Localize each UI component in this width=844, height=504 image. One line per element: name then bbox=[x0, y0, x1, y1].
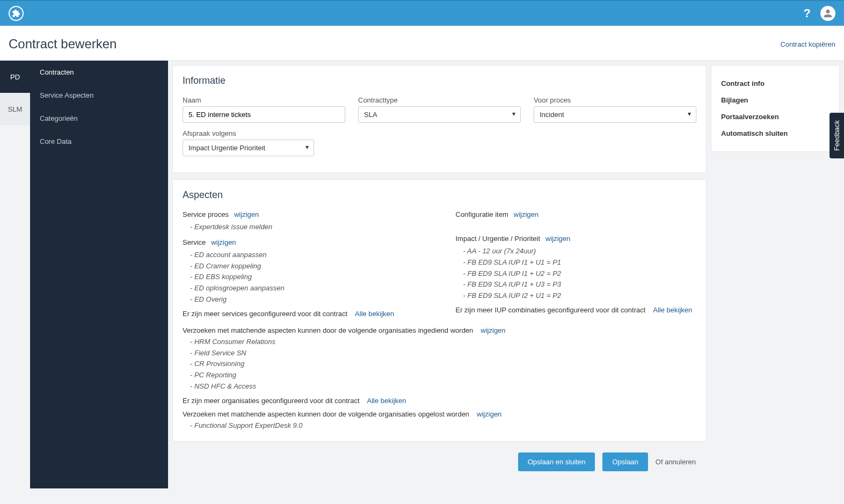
service-proces-list: Expertdesk issue melden bbox=[183, 222, 424, 233]
logo-icon[interactable] bbox=[9, 6, 24, 21]
afspraak-select[interactable]: Impact Urgentie Prioriteit bbox=[183, 140, 314, 156]
contracttype-label: Contracttype bbox=[358, 96, 521, 104]
service-proces-label: Service proces bbox=[183, 210, 229, 218]
aspecten-title: Aspecten bbox=[183, 189, 696, 201]
list-item: ED account aanpassen bbox=[190, 250, 424, 261]
aspect-col-left: Service proces wijzigen Expertdesk issue… bbox=[183, 210, 424, 320]
sidebar-menu: Contracten Service Aspecten Categorieën … bbox=[30, 61, 168, 488]
config-item-label: Configuratie item bbox=[456, 210, 508, 218]
list-item: FB ED9 SLA IUP I2 + U1 = P2 bbox=[463, 290, 697, 302]
sidebar-item-contracten[interactable]: Contracten bbox=[30, 61, 168, 84]
sidebar-tab-slm[interactable]: SLM bbox=[0, 93, 30, 125]
list-item: HRM Consumer Relations bbox=[190, 337, 696, 348]
right-menu-card: Contract info Bijlagen Portaalverzoeken … bbox=[711, 65, 840, 152]
right-column: Contract info Bijlagen Portaalverzoeken … bbox=[711, 65, 840, 484]
informatie-card: Informatie Naam Contracttype SLA Voor pr… bbox=[172, 65, 707, 173]
sidebar-item-core-data[interactable]: Core Data bbox=[30, 130, 168, 153]
sidebar-item-service-aspecten[interactable]: Service Aspecten bbox=[30, 84, 168, 107]
save-close-button[interactable]: Opslaan en sluiten bbox=[518, 452, 595, 471]
aspecten-card: Aspecten Service proces wijzigen Expertd… bbox=[172, 179, 707, 442]
list-item: FB ED9 SLA IUP I1 + U3 = P3 bbox=[463, 279, 697, 290]
field-contracttype: Contracttype SLA bbox=[358, 96, 521, 123]
field-afspraak: Afspraak volgens Impact Urgentie Priorit… bbox=[183, 129, 314, 156]
naam-label: Naam bbox=[183, 96, 345, 104]
org-indienen-label: Verzoeken met matchende aspecten kunnen … bbox=[183, 326, 473, 334]
right-menu-bijlagen[interactable]: Bijlagen bbox=[721, 92, 830, 108]
naam-input[interactable] bbox=[183, 106, 345, 123]
list-item: FB ED9 SLA IUP I1 + U2 = P2 bbox=[463, 268, 697, 280]
list-item: ED Cramer koppeling bbox=[190, 261, 424, 272]
avatar[interactable] bbox=[820, 6, 835, 21]
topbar-left bbox=[9, 6, 24, 21]
contracttype-select[interactable]: SLA bbox=[358, 106, 521, 123]
org-indienen-more-text: Er zijn meer organisaties geconfigureerd… bbox=[183, 397, 360, 405]
sidebar-item-categorieen[interactable]: Categorieën bbox=[30, 107, 168, 130]
cancel-link[interactable]: Of annuleren bbox=[656, 458, 696, 466]
right-menu-portaalverzoeken[interactable]: Portaalverzoeken bbox=[721, 108, 830, 125]
iup-alle-bekijken[interactable]: Alle bekijken bbox=[653, 306, 692, 314]
field-voorproces: Voor proces Incident bbox=[534, 96, 696, 123]
aspect-col-right: Configuratie item wijzigen Impact / Urge… bbox=[456, 210, 697, 320]
list-item: Expertdesk issue melden bbox=[190, 222, 424, 233]
service-more-text: Er zijn meer services geconfigureerd voo… bbox=[183, 310, 347, 318]
main-column: Informatie Naam Contracttype SLA Voor pr… bbox=[172, 65, 707, 484]
org-indienen-list: HRM Consumer Relations Field Service SN … bbox=[183, 337, 696, 392]
list-item: ED Overig bbox=[190, 294, 424, 305]
button-row: Opslaan en sluiten Opslaan Of annuleren bbox=[172, 448, 707, 484]
list-item: NSD HFC & Access bbox=[190, 381, 696, 392]
informatie-title: Informatie bbox=[183, 75, 696, 86]
service-wijzigen[interactable]: wijzigen bbox=[211, 238, 236, 246]
sidebar-tabs: PD SLM bbox=[0, 61, 30, 488]
service-proces-wijzigen[interactable]: wijzigen bbox=[234, 210, 259, 218]
list-item: PC Reporting bbox=[190, 370, 696, 381]
copy-contract-link[interactable]: Contract kopiëren bbox=[780, 40, 835, 48]
list-item: ED EBS koppeling bbox=[190, 272, 424, 283]
list-item: CR Provisioning bbox=[190, 359, 696, 370]
org-oplossen-wijzigen[interactable]: wijzigen bbox=[477, 410, 501, 418]
config-item-wijzigen[interactable]: wijzigen bbox=[514, 210, 539, 218]
afspraak-label: Afspraak volgens bbox=[183, 129, 314, 137]
org-indienen-wijzigen[interactable]: wijzigen bbox=[481, 326, 505, 334]
iup-wijzigen[interactable]: wijzigen bbox=[545, 235, 570, 243]
field-naam: Naam bbox=[183, 96, 345, 123]
topbar: ? bbox=[0, 0, 844, 26]
right-menu-automatisch-sluiten[interactable]: Automatisch sluiten bbox=[721, 125, 830, 142]
service-alle-bekijken[interactable]: Alle bekijken bbox=[355, 310, 394, 318]
org-oplossen-list: Functional Support ExpertDesk 9.0 bbox=[183, 420, 696, 432]
layout: PD SLM Contracten Service Aspecten Categ… bbox=[0, 61, 844, 488]
topbar-right: ? bbox=[804, 6, 835, 21]
page-header: Contract bewerken Contract kopiëren bbox=[0, 26, 844, 61]
sidebar-tab-pd[interactable]: PD bbox=[0, 61, 30, 93]
iup-label: Impact / Urgentie / Prioriteit bbox=[456, 235, 541, 243]
org-indienen-alle-bekijken[interactable]: Alle bekijken bbox=[367, 397, 406, 405]
service-list: ED account aanpassen ED Cramer koppeling… bbox=[183, 250, 424, 305]
help-icon[interactable]: ? bbox=[804, 6, 811, 20]
right-menu-contract-info[interactable]: Contract info bbox=[721, 75, 830, 92]
list-item: ED oplosgroepen aanpassen bbox=[190, 283, 424, 294]
voorproces-select[interactable]: Incident bbox=[534, 106, 696, 123]
iup-more-text: Er zijn meer IUP combinaties geconfigure… bbox=[456, 306, 646, 314]
org-oplossen-label: Verzoeken met matchende aspecten kunnen … bbox=[183, 410, 469, 418]
list-item: Functional Support ExpertDesk 9.0 bbox=[190, 420, 696, 432]
feedback-tab[interactable]: Feedback bbox=[830, 113, 844, 158]
list-item: Field Service SN bbox=[190, 348, 696, 359]
content: Informatie Naam Contracttype SLA Voor pr… bbox=[168, 61, 844, 488]
list-item: FB ED9 SLA IUP I1 + U1 = P1 bbox=[463, 257, 697, 268]
page-title: Contract bewerken bbox=[9, 36, 117, 52]
iup-list: AA - 12 uur (7x 24uur) FB ED9 SLA IUP I1… bbox=[456, 246, 697, 302]
list-item: AA - 12 uur (7x 24uur) bbox=[463, 246, 697, 257]
service-label: Service bbox=[183, 238, 206, 246]
save-button[interactable]: Opslaan bbox=[602, 452, 647, 471]
voorproces-label: Voor proces bbox=[534, 96, 696, 104]
